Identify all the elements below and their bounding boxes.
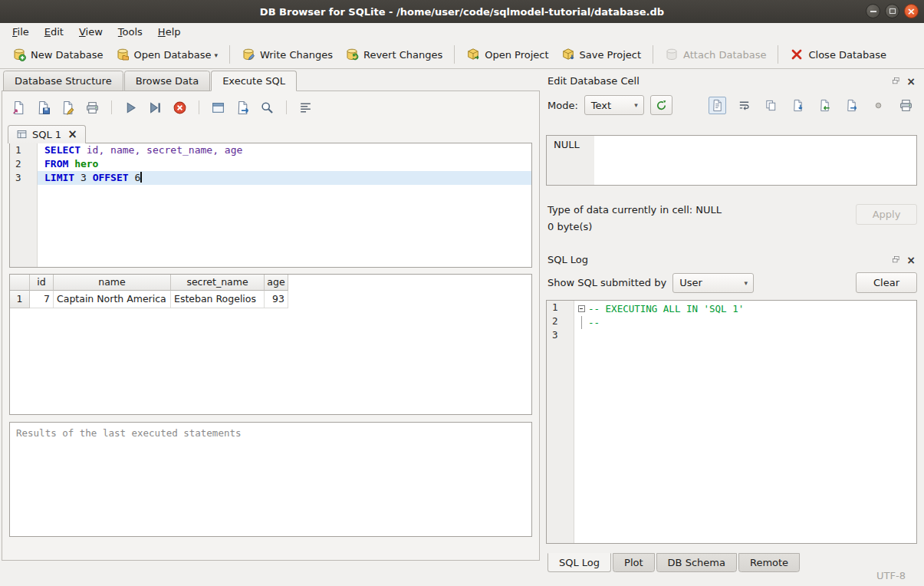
stop-icon[interactable]: [173, 100, 187, 115]
editor-line: FROM hero: [38, 157, 531, 171]
sql-tab-close-icon[interactable]: ×: [67, 129, 77, 140]
edit-cell-mode-row: Mode: Text ▾: [546, 91, 917, 117]
new-database-label: New Database: [31, 49, 104, 61]
menu-help[interactable]: Help: [150, 24, 189, 40]
table-cell[interactable]: Captain North America: [54, 291, 171, 308]
log-line-number: 1: [547, 301, 574, 314]
main-toolbar: New DatabaseOpen Database▾Write ChangesR…: [0, 41, 924, 69]
close-dock-icon[interactable]: ×: [906, 255, 916, 265]
set-null-icon[interactable]: [870, 97, 887, 114]
line-number: 2: [10, 157, 37, 171]
log-line: -- EXECUTING ALL IN 'SQL 1': [574, 302, 916, 316]
execute-all-icon[interactable]: [123, 100, 138, 115]
tab-database-structure[interactable]: Database Structure: [3, 71, 123, 91]
print-icon[interactable]: [85, 100, 100, 115]
new-database-button[interactable]: New Database: [6, 44, 110, 65]
editor-line-number-gutter: 123: [10, 143, 38, 267]
tab-browse-data[interactable]: Browse Data: [124, 71, 211, 91]
open-sql-file-icon[interactable]: [12, 100, 26, 115]
save-sql-as-icon[interactable]: [61, 100, 75, 115]
sql-log-view[interactable]: 123 -- EXECUTING ALL IN 'SQL 1'--: [546, 300, 917, 544]
close-database-button[interactable]: Close Database: [784, 44, 893, 65]
auto-switch-mode-button[interactable]: [650, 95, 672, 115]
save-cell-icon[interactable]: [789, 97, 807, 114]
log-content: -- EXECUTING ALL IN 'SQL 1'--: [574, 301, 916, 543]
editor-content[interactable]: SELECT id, name, secret_name, ageFROM he…: [38, 143, 531, 267]
titlebar[interactable]: DB Browser for SQLite - /home/user/code/…: [0, 0, 924, 23]
main-tab-bar: Database StructureBrowse DataExecute SQL: [3, 71, 298, 91]
window-controls: ×: [866, 4, 919, 18]
table-cell[interactable]: 7: [30, 291, 54, 308]
edit-cell-header: Edit Database Cell ×: [546, 69, 917, 91]
fold-marker: [574, 316, 588, 330]
export-results-icon[interactable]: [235, 100, 250, 115]
cell-value-editor[interactable]: NULL: [546, 135, 917, 186]
app-window: DB Browser for SQLite - /home/user/code/…: [0, 0, 924, 586]
sql-token: FROM: [44, 158, 68, 170]
fold-marker: [574, 329, 588, 343]
float-dock-icon[interactable]: [892, 77, 900, 85]
revert-changes-button[interactable]: Revert Changes: [339, 44, 449, 65]
table-cell[interactable]: 93: [265, 291, 288, 308]
maximize-button[interactable]: [885, 4, 899, 18]
toolbar-separator: [199, 100, 199, 114]
save-project-label: Save Project: [580, 49, 642, 61]
close-window-button[interactable]: ×: [904, 4, 919, 18]
grid-header-row: idnamesecret_nameage: [10, 275, 531, 291]
column-header-id[interactable]: id: [30, 275, 54, 291]
format-icon[interactable]: [298, 100, 313, 115]
chevron-down-icon: ▾: [745, 279, 748, 287]
fold-marker[interactable]: [574, 302, 588, 316]
log-filter-select[interactable]: User ▾: [672, 273, 754, 293]
sql-token: 3: [74, 172, 92, 183]
open-database-icon: [116, 48, 130, 61]
fold-collapse-icon[interactable]: [578, 305, 585, 312]
cell-value-text: NULL: [547, 136, 594, 185]
write-changes-icon: [242, 48, 255, 61]
sql-token: OFFSET: [93, 172, 129, 183]
attach-database-button[interactable]: Attach Database: [659, 44, 772, 65]
menu-file[interactable]: File: [5, 24, 37, 40]
open-project-button[interactable]: Open Project: [460, 44, 554, 65]
row-header[interactable]: 1: [10, 291, 30, 308]
import-cell-icon[interactable]: [816, 97, 834, 114]
column-header-secret-name[interactable]: secret_name: [171, 275, 265, 291]
export-cell-icon[interactable]: [843, 97, 860, 114]
toolbar-separator: [778, 45, 778, 64]
cell-editor-area[interactable]: [594, 136, 916, 185]
apply-button[interactable]: Apply: [856, 204, 917, 225]
minimize-icon: [870, 11, 876, 12]
tab-execute-sql[interactable]: Execute SQL: [211, 71, 297, 91]
dropdown-arrow-icon[interactable]: ▾: [214, 51, 218, 61]
menu-view[interactable]: View: [71, 24, 110, 40]
sql-log-filter-row: Show SQL submitted by User ▾ Clear: [546, 270, 917, 300]
save-sql-file-icon[interactable]: [36, 100, 51, 115]
float-dock-icon[interactable]: [892, 255, 900, 264]
open-database-button[interactable]: Open Database▾: [110, 44, 224, 65]
column-header-age[interactable]: age: [265, 275, 288, 291]
execute-line-icon[interactable]: [148, 100, 163, 115]
write-changes-button[interactable]: Write Changes: [235, 44, 339, 65]
table-cell[interactable]: Esteban Rogelios: [171, 291, 265, 308]
column-header-name[interactable]: name: [54, 275, 171, 291]
minimize-button[interactable]: [866, 4, 880, 18]
mode-select[interactable]: Text ▾: [584, 95, 644, 115]
text-mode-icon[interactable]: [709, 97, 726, 114]
copy-icon[interactable]: [762, 97, 780, 114]
close-dock-icon[interactable]: ×: [906, 76, 916, 87]
toolbar-separator: [653, 45, 653, 64]
sql-editor[interactable]: 123 SELECT id, name, secret_name, ageFRO…: [9, 143, 532, 268]
toolbar-separator: [454, 45, 455, 64]
menu-edit[interactable]: Edit: [37, 24, 71, 40]
execution-message-area[interactable]: Results of the last executed statements: [9, 422, 532, 537]
print-icon[interactable]: [896, 96, 916, 115]
table-row[interactable]: 17Captain North AmericaEsteban Rogelios9…: [10, 291, 531, 308]
new-tab-icon[interactable]: [211, 100, 225, 115]
sql-tab[interactable]: SQL 1 ×: [8, 125, 86, 143]
menu-tools[interactable]: Tools: [110, 24, 150, 40]
wrap-lines-icon[interactable]: [735, 97, 753, 114]
clear-log-button[interactable]: Clear: [856, 272, 917, 293]
save-project-button[interactable]: Save Project: [555, 44, 648, 65]
log-line-number: 2: [547, 314, 574, 328]
find-icon[interactable]: [260, 100, 275, 115]
